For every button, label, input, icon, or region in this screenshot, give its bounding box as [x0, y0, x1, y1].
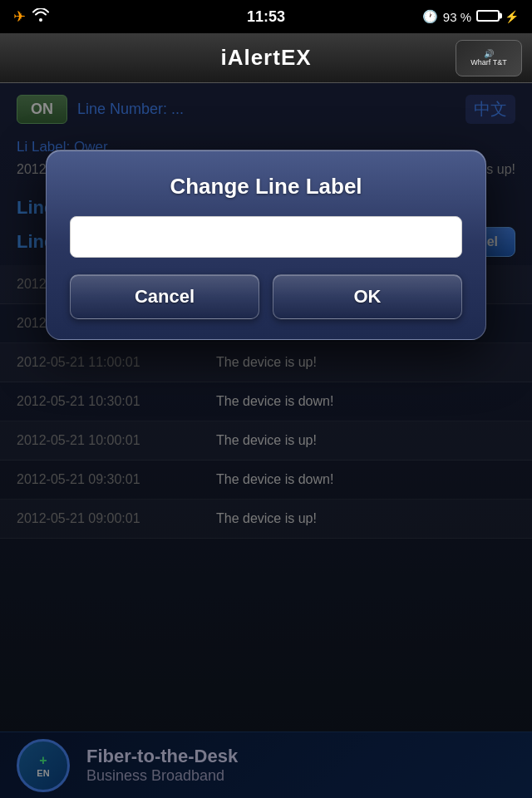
- brand-icon: 🔊: [484, 49, 495, 58]
- label-input[interactable]: [70, 216, 462, 258]
- status-time: 11:53: [247, 8, 285, 26]
- airplane-icon: ✈: [13, 7, 26, 26]
- brand-name: Wharf T&T: [470, 58, 506, 66]
- wifi-icon: [32, 8, 49, 25]
- battery-icon: [476, 10, 500, 24]
- ok-button[interactable]: OK: [273, 274, 462, 319]
- lightning-icon: ⚡: [505, 10, 519, 23]
- cancel-button[interactable]: Cancel: [70, 274, 259, 319]
- brand-badge: 🔊 Wharf T&T: [456, 40, 522, 76]
- app-title: iAlertEX: [220, 45, 311, 71]
- modal-overlay: Change Line Label Cancel OK: [0, 83, 532, 798]
- clock-icon: 🕐: [422, 9, 438, 24]
- change-label-dialog: Change Line Label Cancel OK: [46, 150, 486, 340]
- nav-bar: iAlertEX 🔊 Wharf T&T: [0, 33, 532, 83]
- dialog-buttons: Cancel OK: [70, 274, 462, 319]
- main-content: ON Line Number: ... 中文 Li Label: Qwer 20…: [0, 83, 532, 798]
- battery-percent: 93 %: [443, 10, 471, 24]
- dialog-title: Change Line Label: [70, 174, 462, 200]
- status-bar: ✈ 11:53 🕐 93 % ⚡: [0, 0, 532, 33]
